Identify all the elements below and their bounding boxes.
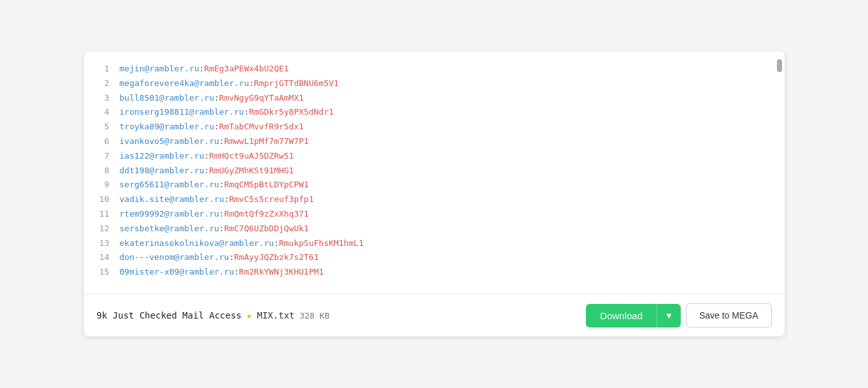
line-password: RmprjGTTdBNU6m5V1 <box>254 77 339 90</box>
line-number: 15 <box>90 266 110 279</box>
text-content-area: 1mejin@rambler.ru:RmEg3aPEWx4bU2QE12mega… <box>84 52 785 294</box>
line-number: 1 <box>90 62 110 76</box>
line-separator: : <box>219 208 224 221</box>
line-password: RmAyyJQZbzk7s2T61 <box>234 251 319 264</box>
line-separator: : <box>214 92 219 105</box>
list-item: 1509mister-x09@rambler.ru:Rm2RkYWNj3KHU1… <box>84 265 785 280</box>
line-password: RmukpSuFhsKM1hmL1 <box>279 237 364 250</box>
line-password: RmTabCMvvfR9r5dx1 <box>219 120 304 134</box>
line-password: RmqCM5pBtLDYpCPW1 <box>224 178 309 192</box>
line-password: RmC7Q6UZbDDjQwUk1 <box>224 222 309 236</box>
list-item: 9serg65611@rambler.ru:RmqCM5pBtLDYpCPW1 <box>84 178 785 192</box>
line-email: ivankovo5@rambler.ru <box>120 135 220 148</box>
list-item: 2megaforevere4ka@rambler.ru:RmprjGTTdBNU… <box>84 76 785 91</box>
line-separator: : <box>274 237 279 250</box>
line-separator: : <box>219 178 224 192</box>
list-item: 14don---venom@rambler.ru:RmAyyJQZbzk7s2T… <box>84 250 785 265</box>
list-item: 6ivankovo5@rambler.ru:RmwwL1pMf7m77W7P1 <box>84 134 785 149</box>
line-email: serg65611@rambler.ru <box>120 178 220 192</box>
line-separator: : <box>229 251 234 264</box>
line-number: 7 <box>90 150 110 163</box>
list-item: 8ddt198@rambler.ru:RmUGyZMhKSt91MHG1 <box>84 164 785 178</box>
line-password: RmUGyZMhKSt91MHG1 <box>209 164 294 178</box>
line-separator: : <box>249 77 254 90</box>
line-email: rtem99992@rambler.ru <box>120 208 220 221</box>
line-number: 10 <box>90 193 110 206</box>
line-email: ironserg198811@rambler.ru <box>120 106 245 119</box>
list-item: 11rtem99992@rambler.ru:RmQmtQf9zZxXhq371 <box>84 207 785 222</box>
line-email: 09mister-x09@rambler.ru <box>120 266 234 279</box>
list-item: 1mejin@rambler.ru:RmEg3aPEWx4bU2QE1 <box>84 62 785 76</box>
line-password: RmQmtQf9zZxXhq371 <box>224 208 309 221</box>
list-item: 12sersbetke@rambler.ru:RmC7Q6UZbDDjQwUk1 <box>84 222 785 236</box>
scrollbar-thumb[interactable] <box>777 59 782 72</box>
line-separator: : <box>224 193 229 206</box>
line-number: 6 <box>90 135 110 148</box>
line-separator: : <box>204 150 210 163</box>
file-star: ★ <box>246 310 252 320</box>
line-separator: : <box>219 222 224 236</box>
line-separator: : <box>219 135 224 148</box>
line-email: bull8501@rambler.ru <box>120 92 215 105</box>
line-email: ddt198@rambler.ru <box>120 164 204 178</box>
line-number: 9 <box>90 178 110 192</box>
file-info: 9k Just Checked Mail Access ★ MIX.txt 32… <box>97 310 330 320</box>
line-email: ekaterinasokolnikova@rambler.ru <box>120 237 274 250</box>
line-number: 8 <box>90 164 110 178</box>
line-email: troyka89@rambler.ru <box>120 120 215 134</box>
file-ext: MIX.txt <box>257 310 295 320</box>
file-viewer-container: 1mejin@rambler.ru:RmEg3aPEWx4bU2QE12mega… <box>84 52 785 336</box>
line-password: RmvNgyG9qYTaAmMX1 <box>219 92 304 105</box>
download-button[interactable]: Download <box>586 304 657 327</box>
line-password: RmGDkr5y8PX5dNdr1 <box>249 106 334 119</box>
line-separator: : <box>199 62 204 76</box>
line-password: RmHQct9uAJ5DZRw51 <box>209 150 294 163</box>
line-email: vadik.site@rambler.ru <box>120 193 224 206</box>
file-footer: 9k Just Checked Mail Access ★ MIX.txt 32… <box>84 294 785 336</box>
line-email: mejin@rambler.ru <box>120 62 199 76</box>
line-number: 5 <box>90 120 110 134</box>
list-item: 4ironserg198811@rambler.ru:RmGDkr5y8PX5d… <box>84 105 785 120</box>
line-separator: : <box>214 120 219 134</box>
file-name: 9k Just Checked Mail Access <box>97 310 242 320</box>
line-email: megaforevere4ka@rambler.ru <box>120 77 250 90</box>
line-password: RmwwL1pMf7m77W7P1 <box>224 135 309 148</box>
file-size: 328 KB <box>300 311 330 320</box>
list-item: 7ias122@rambler.ru:RmHQct9uAJ5DZRw51 <box>84 149 785 164</box>
download-dropdown-button[interactable]: ▼ <box>657 304 681 327</box>
action-buttons: Download ▼ Save to MEGA <box>586 303 771 327</box>
list-item: 13ekaterinasokolnikova@rambler.ru:RmukpS… <box>84 236 785 251</box>
line-number: 4 <box>90 106 110 119</box>
line-separator: : <box>204 164 210 178</box>
scrollbar-track[interactable] <box>777 57 782 289</box>
line-email: sersbetke@rambler.ru <box>120 222 220 236</box>
save-to-mega-button[interactable]: Save to MEGA <box>686 303 772 327</box>
list-item: 3bull8501@rambler.ru:RmvNgyG9qYTaAmMX1 <box>84 91 785 106</box>
line-password: Rm2RkYWNj3KHU1PM1 <box>239 266 324 279</box>
line-password: RmEg3aPEWx4bU2QE1 <box>204 62 289 76</box>
list-item: 5troyka89@rambler.ru:RmTabCMvvfR9r5dx1 <box>84 120 785 134</box>
line-email: ias122@rambler.ru <box>120 150 204 163</box>
list-item: 10vadik.site@rambler.ru:RmvC5s5creuf3pfp… <box>84 192 785 207</box>
line-email: don---venom@rambler.ru <box>120 251 229 264</box>
line-separator: : <box>244 106 249 119</box>
line-number: 3 <box>90 92 110 105</box>
line-number: 13 <box>90 237 110 250</box>
download-button-group: Download ▼ <box>586 304 681 327</box>
line-password: RmvC5s5creuf3pfp1 <box>229 193 314 206</box>
line-number: 2 <box>90 77 110 90</box>
line-number: 12 <box>90 222 110 236</box>
line-number: 14 <box>90 251 110 264</box>
chevron-down-icon: ▼ <box>665 311 673 320</box>
line-number: 11 <box>90 208 110 221</box>
line-separator: : <box>234 266 239 279</box>
